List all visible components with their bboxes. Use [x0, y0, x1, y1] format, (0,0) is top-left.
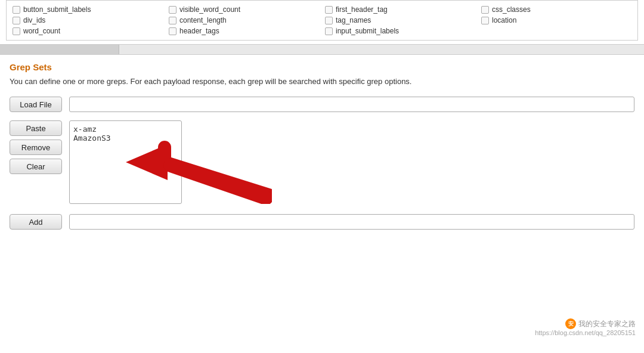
button-group: Paste Remove Clear: [10, 120, 62, 174]
checkbox-div-ids[interactable]: [13, 17, 20, 24]
checkbox-label-header-tags: header_tags: [179, 27, 219, 35]
checkbox-row-1-1: button_submit_labels: [13, 5, 163, 14]
checkbox-row-1-4: css_classes: [481, 5, 631, 14]
checkbox-label-input-submit-labels: input_submit_labels: [336, 27, 399, 35]
checkbox-label-css-classes: css_classes: [492, 5, 531, 14]
checkbox-row-1-3: first_header_tag: [325, 5, 475, 14]
checkbox-label-div-ids: div_ids: [23, 16, 45, 24]
checkbox-label-tag-names: tag_names: [336, 16, 371, 24]
checkbox-label-button-submit-labels: button_submit_labels: [23, 5, 91, 14]
checkbox-row-2-2: content_length: [169, 16, 319, 24]
grep-sets-title: Grep Sets: [10, 62, 634, 72]
checkbox-visible-word-count[interactable]: [169, 6, 177, 14]
load-file-input[interactable]: [69, 97, 634, 112]
checkbox-content-length[interactable]: [169, 17, 177, 24]
textarea-wrapper: x-amz AmazonS3: [69, 120, 634, 206]
add-row: Add: [10, 214, 634, 230]
checkbox-section: button_submit_labels visible_word_count …: [6, 0, 638, 41]
grep-textarea[interactable]: x-amz AmazonS3: [69, 120, 182, 204]
checkbox-label-location: location: [492, 16, 516, 24]
checkbox-row-2-1: div_ids: [13, 16, 163, 24]
divider-tab: [0, 45, 119, 54]
checkbox-location[interactable]: [481, 17, 489, 24]
checkbox-label-word-count: word_count: [23, 27, 60, 35]
checkbox-row-3-2: header_tags: [169, 27, 319, 35]
load-file-button[interactable]: Load File: [10, 97, 62, 112]
checkbox-css-classes[interactable]: [481, 6, 489, 14]
checkbox-button-submit-labels[interactable]: [13, 6, 20, 14]
paste-area-row: Paste Remove Clear x-amz AmazonS3: [10, 120, 634, 206]
checkbox-row-1-2: visible_word_count: [169, 5, 319, 14]
checkbox-tag-names[interactable]: [325, 17, 333, 24]
checkbox-row-2-3: tag_names: [325, 16, 475, 24]
checkbox-row-3-3: input_submit_labels: [325, 27, 475, 35]
grep-sets-description: You can define one or more greps. For ea…: [10, 77, 634, 86]
checkbox-word-count[interactable]: [13, 27, 20, 35]
page-wrapper: Grep Sets You can define one or more gre…: [0, 55, 644, 353]
divider-area: [0, 44, 644, 55]
paste-button[interactable]: Paste: [10, 120, 62, 136]
remove-button[interactable]: Remove: [10, 140, 62, 155]
add-input[interactable]: [69, 214, 634, 230]
checkbox-label-content-length: content_length: [179, 16, 227, 24]
load-file-row: Load File: [10, 97, 634, 112]
checkbox-grid: button_submit_labels visible_word_count …: [13, 5, 631, 35]
checkbox-row-3-4: [481, 27, 631, 35]
add-button[interactable]: Add: [10, 214, 62, 230]
clear-button[interactable]: Clear: [10, 159, 62, 174]
checkbox-header-tags[interactable]: [169, 27, 177, 35]
checkbox-input-submit-labels[interactable]: [325, 27, 333, 35]
checkbox-label-first-header-tag: first_header_tag: [336, 5, 388, 14]
checkbox-first-header-tag[interactable]: [325, 6, 333, 14]
grep-section: Grep Sets You can define one or more gre…: [0, 55, 644, 353]
checkbox-row-3-1: word_count: [13, 27, 163, 35]
checkbox-row-2-4: location: [481, 16, 631, 24]
checkbox-label-visible-word-count: visible_word_count: [179, 5, 240, 14]
